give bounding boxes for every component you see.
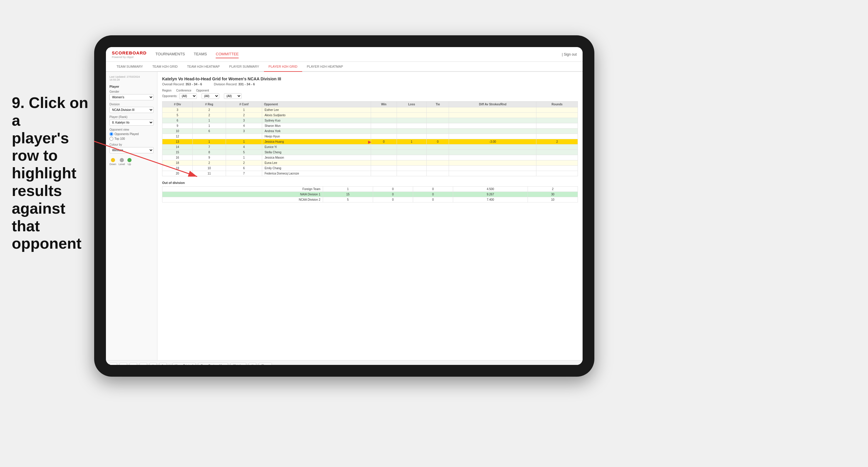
legend-level-label: Level — [119, 163, 125, 166]
toolbar-grid[interactable]: ⊞ — [249, 363, 256, 365]
grid-table: # Div # Reg # Conf Opponent Win Loss Tie… — [162, 101, 578, 176]
filter-selects-row: Opponents: (All) (All) (All) — [162, 93, 578, 99]
legend-level-dot — [120, 158, 124, 162]
sign-out-button[interactable]: | Sign out — [562, 52, 577, 57]
sidebar-player-title: Player — [110, 85, 154, 88]
tab-bar: TEAM SUMMARY TEAM H2H GRID TEAM H2H HEAT… — [106, 62, 583, 72]
toolbar-view-original[interactable]: View: Original — [173, 363, 196, 365]
division-label: Division — [110, 103, 154, 106]
nav-bar: SCOREBOARD Powered by clippd TOURNAMENTS… — [106, 47, 583, 62]
player-rank-select[interactable]: 8. Katelyn Vo — [110, 120, 154, 126]
division-record-value: 331 - 34 - 6 — [238, 83, 255, 86]
table-row-highlighted[interactable]: 13 1 1 Jessica Huang ▶ 0 1 0 -3.00 — [162, 139, 578, 145]
toolbar-back[interactable]: ↩ — [129, 363, 137, 365]
opponent-view-label: Opponent view — [110, 128, 154, 131]
nav-committee[interactable]: COMMITTEE — [216, 50, 239, 58]
conference-filter-group: Conference — [176, 89, 191, 92]
tab-team-summary[interactable]: TEAM SUMMARY — [112, 62, 148, 72]
toolbar-share[interactable]: Share — [259, 363, 272, 365]
table-row[interactable]: 20117Federica Domecq Lacroze — [162, 171, 578, 176]
tab-player-summary[interactable]: PLAYER SUMMARY — [224, 62, 264, 72]
nav-tournaments[interactable]: TOURNAMENTS — [155, 50, 185, 58]
content-area: Katelyn Vo Head-to-Head Grid for Women's… — [157, 72, 583, 360]
player-rank-label: Player (Rank) — [110, 115, 154, 119]
division-record-label: Division Record: — [214, 83, 238, 86]
legend-up-label: Up — [128, 163, 131, 166]
filters-row: Region Conference Opponent — [162, 89, 578, 92]
region-label: Region — [162, 89, 172, 92]
table-row[interactable]: 522Alexis Sudjianto — [162, 113, 578, 118]
opponent-filter-label: Opponent — [196, 89, 209, 92]
opponent-view-top100[interactable]: Top 100 — [110, 137, 154, 141]
toolbar-copy[interactable]: ⧉ — [150, 363, 157, 365]
ood-row-foreign[interactable]: Foreign Team 1004.5002 — [162, 187, 578, 192]
tab-player-h2h-grid[interactable]: PLAYER H2H GRID — [264, 62, 302, 72]
overall-record-value: 353 - 34 - 6 — [185, 83, 202, 86]
table-row[interactable]: 1691Jessica Mason — [162, 155, 578, 160]
legend: Down Level Up — [110, 158, 154, 166]
conf-filter-select[interactable]: (All) — [202, 93, 219, 99]
toolbar-save-custom-view[interactable]: Save Custom View — [198, 363, 228, 365]
opponents-label: Opponents: — [162, 94, 178, 98]
opponent-filter-group: Opponent — [196, 89, 209, 92]
ood-table: Foreign Team 1004.5002 NAIA Division 1 1… — [162, 186, 578, 203]
tab-player-h2h-heatmap[interactable]: PLAYER H2H HEATMAP — [302, 62, 348, 72]
main-content: Last Updated: 27/03/2024 16:55:28 Player… — [106, 72, 583, 360]
toolbar-sep1: | — [169, 364, 170, 365]
sidebar-timestamp: Last Updated: 27/03/2024 16:55:28 — [110, 75, 154, 81]
ood-row-ncaa2[interactable]: NCAA Division 2 5007.40010 — [162, 197, 578, 203]
col-div: # Div — [162, 101, 193, 107]
ood-row-naia1[interactable]: NAIA Division 1 15009.26730 — [162, 192, 578, 197]
nav-links: TOURNAMENTS TEAMS COMMITTEE — [155, 50, 562, 58]
legend-down-dot — [111, 158, 115, 162]
legend-down-label: Down — [110, 163, 116, 166]
table-row[interactable]: 1585Stella Cheng — [162, 150, 578, 155]
col-loss: Loss — [397, 101, 427, 107]
nav-teams[interactable]: TEAMS — [194, 50, 207, 58]
col-reg: # Reg — [193, 101, 226, 107]
tab-team-h2h-heatmap[interactable]: TEAM H2H HEATMAP — [182, 62, 224, 72]
col-tie: Tie — [427, 101, 449, 107]
col-diff: Diff Av Strokes/Rnd — [449, 101, 536, 107]
opponent-view-played[interactable]: Opponents Played — [110, 132, 154, 136]
annotation-text: 9. Click on aplayer's row tohighlight re… — [12, 94, 94, 252]
opp-filter-select[interactable]: (All) — [224, 93, 242, 99]
opponents-select[interactable]: (All) — [179, 93, 197, 99]
toolbar-scissors[interactable]: ✂ — [140, 363, 147, 365]
table-row[interactable]: 321Esther Lee — [162, 107, 578, 113]
colour-by-select[interactable]: Win/loss — [110, 147, 154, 153]
toolbar-watch[interactable]: Watch ▾ — [230, 363, 246, 365]
table-row[interactable]: 1063Andrea York — [162, 129, 578, 134]
col-win: Win — [371, 101, 397, 107]
bottom-toolbar: ↩ ↪ ↩ ✂ ⧉ ↻ | View: Original Save Custom… — [106, 360, 583, 365]
table-row[interactable]: 19106Emily Chang — [162, 166, 578, 171]
toolbar-undo[interactable]: ↩ — [110, 363, 117, 365]
legend-up-dot — [127, 158, 131, 162]
col-rounds: Rounds — [536, 101, 578, 107]
out-of-division: Out of division Foreign Team 1004.5002 N… — [162, 181, 578, 203]
sidebar: Last Updated: 27/03/2024 16:55:28 Player… — [106, 72, 157, 360]
table-row[interactable]: 1822Euna Lee — [162, 160, 578, 166]
gender-select[interactable]: Women's — [110, 94, 154, 100]
colour-by-label: Colour by — [110, 143, 154, 146]
division-select[interactable]: NCAA Division III — [110, 107, 154, 113]
toolbar-refresh[interactable]: ↻ — [159, 363, 167, 365]
table-row[interactable]: 613Sydney Kuo — [162, 118, 578, 123]
col-opponent: Opponent — [262, 101, 371, 107]
overall-record-label: Overall Record: — [162, 83, 185, 86]
tablet-frame: SCOREBOARD Powered by clippd TOURNAMENTS… — [94, 35, 594, 377]
app-logo: SCOREBOARD Powered by clippd — [112, 50, 147, 59]
tab-team-h2h-grid[interactable]: TEAM H2H GRID — [148, 62, 182, 72]
table-row[interactable]: 1474Eunice Yi — [162, 145, 578, 150]
table-row[interactable]: 12Heejo Hyun — [162, 134, 578, 139]
tablet-screen: SCOREBOARD Powered by clippd TOURNAMENTS… — [106, 47, 583, 365]
toolbar-redo[interactable]: ↪ — [120, 363, 127, 365]
out-of-division-title: Out of division — [162, 181, 578, 185]
chart-subtitle: Overall Record: 353 - 34 - 6 Division Re… — [162, 83, 578, 86]
region-filter-group: Region — [162, 89, 172, 92]
gender-label: Gender — [110, 90, 154, 93]
opponent-view-group: Opponents Played Top 100 — [110, 132, 154, 141]
table-row[interactable]: 914Sharon Mun — [162, 123, 578, 129]
chart-title: Katelyn Vo Head-to-Head Grid for Women's… — [162, 76, 578, 81]
conference-label: Conference — [176, 89, 191, 92]
